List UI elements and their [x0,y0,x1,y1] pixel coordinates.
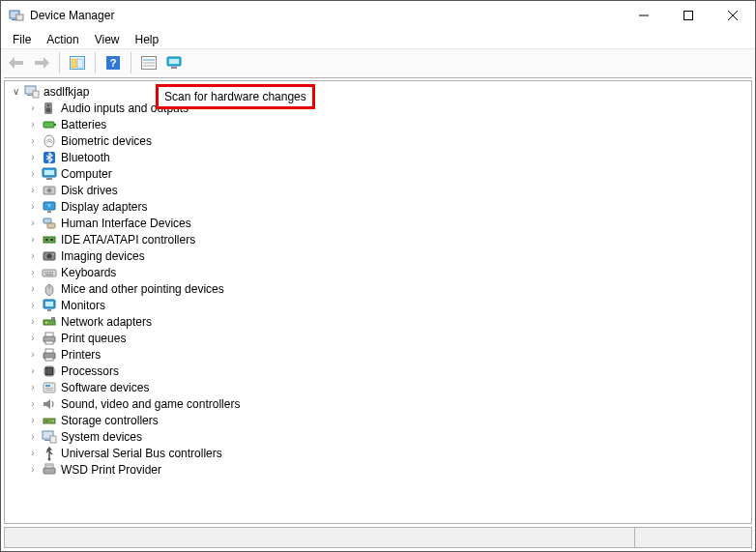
category-label: Monitors [61,299,105,312]
expander-icon[interactable]: › [26,299,40,312]
help-button[interactable]: ? [102,51,125,74]
svg-rect-8 [72,59,76,68]
close-button[interactable] [711,1,755,30]
expander-icon[interactable]: › [26,414,40,427]
expander-icon[interactable]: › [26,233,40,247]
svg-rect-61 [45,341,53,344]
svg-rect-65 [45,367,53,375]
svg-rect-57 [45,322,47,324]
window-title: Device Manager [30,9,114,22]
svg-point-23 [46,107,51,112]
storage-icon [42,413,57,428]
disk-icon [42,183,57,198]
tree-panel[interactable]: ∨asdlfkjap›Audio inputs and outputs›Batt… [4,80,752,524]
category-label: Biometric devices [61,134,152,148]
tree-category[interactable]: ›Display adapters [9,198,747,215]
maximize-button[interactable] [666,1,711,30]
properties-button[interactable] [137,51,160,74]
tree-category[interactable]: ›IDE ATA/ATAPI controllers [9,231,747,247]
battery-icon [42,117,57,132]
category-label: Computer [61,167,112,181]
expander-icon[interactable]: › [26,184,40,197]
expander-icon[interactable]: › [26,200,40,214]
tree-category[interactable]: ›Printers [9,346,747,363]
tree-category[interactable]: ›Sound, video and game controllers [9,395,747,412]
statusbar-right-pane [635,528,751,547]
tree-category[interactable]: ›Keyboards [9,264,747,280]
svg-rect-54 [45,302,53,306]
expander-icon[interactable]: › [26,266,40,279]
expander-icon[interactable]: › [26,463,40,477]
tree-category[interactable]: ›Audio inputs and outputs [9,100,747,116]
tree-category[interactable]: ›Monitors [9,297,747,313]
svg-rect-84 [45,421,48,421]
tree-category[interactable]: ›Universal Serial Bus controllers [9,445,747,461]
tree-category[interactable]: ›System devices [9,428,747,445]
tree-category[interactable]: ›WSD Print Provider [9,461,747,478]
svg-rect-55 [47,309,51,311]
tree-category[interactable]: ›Storage controllers [9,412,747,428]
expander-icon[interactable]: › [26,364,40,378]
expander-icon[interactable]: › [26,102,40,115]
expander-icon[interactable]: › [26,217,40,230]
expander-icon[interactable]: › [26,134,40,148]
tree-category[interactable]: ›Human Interface Devices [9,215,747,231]
printqueue-icon [42,331,57,346]
svg-rect-18 [171,67,177,69]
tree-category[interactable]: ›Disk drives [9,182,747,198]
toolbar-separator [59,52,60,73]
tree-root[interactable]: ∨asdlfkjap [9,83,747,100]
tree-category[interactable]: ›Processors [9,363,747,379]
tree-category[interactable]: ›Network adapters [9,313,747,330]
expander-icon[interactable]: › [26,282,40,296]
menubar: File Action View Help [1,30,755,49]
expander-icon[interactable]: › [26,381,40,394]
menu-action[interactable]: Action [41,32,84,47]
speaker-icon [42,101,57,116]
expander-icon[interactable]: › [26,167,40,181]
display-icon [42,199,57,215]
menu-help[interactable]: Help [130,32,165,47]
svg-point-24 [47,103,49,105]
scan-hardware-button[interactable] [162,51,186,74]
category-label: Print queues [61,332,126,345]
category-label: Universal Serial Bus controllers [61,447,222,460]
svg-rect-80 [45,388,53,389]
expander-icon[interactable]: › [26,315,40,329]
expander-icon[interactable]: ∨ [9,85,22,99]
tree-category[interactable]: ›Software devices [9,379,747,395]
tree-category[interactable]: ›Bluetooth [9,149,747,165]
tree-category[interactable]: ›Mice and other pointing devices [9,280,747,297]
forward-button[interactable] [30,51,53,74]
category-label: WSD Print Provider [61,463,161,477]
category-label: Imaging devices [61,249,145,263]
computer-icon [42,166,57,182]
tree-category[interactable]: ›Imaging devices [9,247,747,264]
tree-category[interactable]: ›Computer [9,165,747,182]
menu-view[interactable]: View [89,32,126,47]
show-hide-console-tree-button[interactable] [66,51,89,74]
tree-category[interactable]: ›Biometric devices [9,132,747,149]
svg-rect-17 [169,59,179,64]
expander-icon[interactable]: › [26,447,40,460]
device-manager-icon [9,8,24,23]
menu-file[interactable]: File [7,32,37,47]
expander-icon[interactable]: › [26,397,40,411]
tree-category[interactable]: ›Print queues [9,330,747,346]
system-icon [42,429,57,445]
svg-rect-58 [51,317,55,320]
category-label: Batteries [61,118,106,131]
tree-category[interactable]: ›Batteries [9,116,747,132]
svg-rect-39 [44,237,55,243]
category-label: System devices [61,430,142,444]
expander-icon[interactable]: › [26,249,40,263]
expander-icon[interactable]: › [26,332,40,345]
back-button[interactable] [5,51,28,74]
expander-icon[interactable]: › [26,348,40,362]
svg-rect-36 [47,211,51,213]
svg-point-43 [47,253,52,258]
minimize-button[interactable] [622,1,666,30]
expander-icon[interactable]: › [26,430,40,444]
expander-icon[interactable]: › [26,118,40,131]
expander-icon[interactable]: › [26,151,40,164]
